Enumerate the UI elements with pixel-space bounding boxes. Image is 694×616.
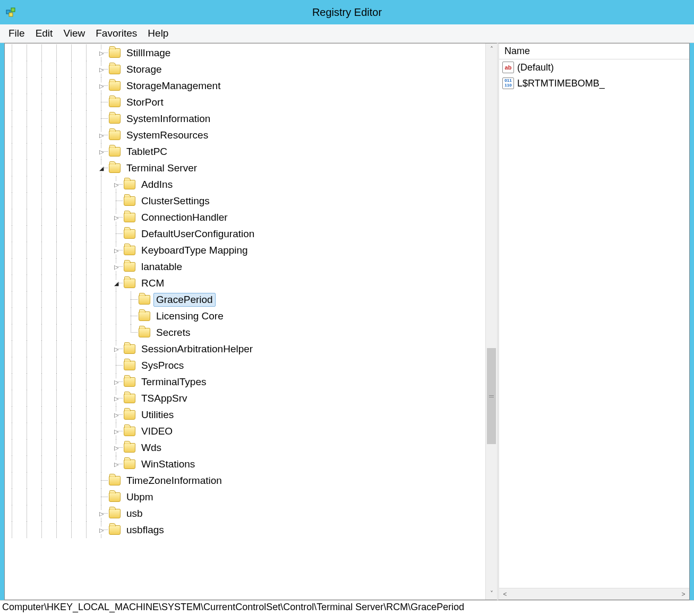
- tree-node-label[interactable]: KeyboardType Mapping: [139, 244, 251, 257]
- expand-icon[interactable]: ▷: [113, 395, 120, 402]
- tree-node[interactable]: ▷StorageManagement: [5, 77, 485, 94]
- tree-node-label[interactable]: Secrets: [153, 326, 193, 340]
- expand-icon[interactable]: ▷: [113, 214, 120, 221]
- tree-node[interactable]: ▷SessionArbitrationHelper: [5, 341, 485, 357]
- expand-icon[interactable]: ▷: [113, 247, 120, 254]
- tree-node-label[interactable]: SessionArbitrationHelper: [139, 342, 255, 356]
- tree-node-label[interactable]: TabletPC: [124, 145, 170, 159]
- expand-icon[interactable]: ▷: [98, 510, 105, 517]
- expand-icon[interactable]: ▷: [113, 428, 120, 435]
- tree-node-label[interactable]: ClusterSettings: [139, 194, 212, 208]
- tree-node[interactable]: TimeZoneInformation: [5, 472, 485, 489]
- tree-node-label[interactable]: TimeZoneInformation: [124, 474, 225, 488]
- tree-node[interactable]: ▷AddIns: [5, 176, 485, 193]
- tree-node[interactable]: StorPort: [5, 94, 485, 110]
- tree-node[interactable]: SystemInformation: [5, 110, 485, 127]
- tree-node-label[interactable]: StorageManagement: [124, 79, 223, 93]
- scroll-track[interactable]: [486, 55, 497, 588]
- tree-node-label[interactable]: SysProcs: [139, 359, 186, 372]
- menu-file[interactable]: File: [3, 25, 30, 41]
- menu-edit[interactable]: Edit: [30, 25, 58, 41]
- tree-vertical-scrollbar[interactable]: ˄ ˅: [485, 44, 497, 600]
- values-horizontal-scrollbar[interactable]: < >: [499, 588, 689, 600]
- tree-node-label[interactable]: VIDEO: [139, 424, 175, 438]
- tree-node[interactable]: DefaultUserConfiguration: [5, 225, 485, 242]
- tree-node[interactable]: ▷TerminalTypes: [5, 374, 485, 390]
- tree-node[interactable]: GracePeriod: [5, 291, 485, 308]
- tree-node[interactable]: ▷StillImage: [5, 45, 485, 61]
- expand-icon[interactable]: ▷: [98, 526, 105, 534]
- tree-node-label[interactable]: DefaultUserConfiguration: [139, 227, 257, 241]
- tree-node-label[interactable]: usbflags: [124, 523, 167, 537]
- tree-node-label[interactable]: Terminal Server: [124, 161, 200, 175]
- expand-icon[interactable]: ▷: [98, 82, 105, 90]
- scroll-right-icon[interactable]: >: [678, 588, 689, 600]
- tree-node[interactable]: ▷VIDEO: [5, 423, 485, 439]
- folder-icon: [109, 525, 121, 535]
- tree-node-label[interactable]: StillImage: [124, 46, 173, 60]
- scroll-thumb[interactable]: [487, 348, 496, 444]
- tree-node-label[interactable]: Utilities: [139, 408, 176, 422]
- values-header-name[interactable]: Name: [499, 44, 689, 59]
- scroll-down-icon[interactable]: ˅: [486, 588, 497, 600]
- expand-icon[interactable]: ▷: [98, 132, 105, 139]
- expand-icon[interactable]: ▷: [113, 263, 120, 271]
- tree-node-label[interactable]: Storage: [124, 63, 165, 76]
- folder-icon: [124, 459, 135, 469]
- tree-node-label[interactable]: SystemInformation: [124, 112, 213, 126]
- expand-icon[interactable]: ▷: [98, 49, 105, 57]
- value-row[interactable]: ab(Default): [499, 59, 689, 75]
- tree-node-label[interactable]: WinStations: [139, 457, 198, 471]
- tree-node-label[interactable]: TSAppSrv: [139, 392, 190, 405]
- tree-node[interactable]: ▷ConnectionHandler: [5, 209, 485, 225]
- expand-icon[interactable]: ▷: [98, 148, 105, 155]
- tree-node-label[interactable]: SystemResources: [124, 128, 211, 142]
- expand-icon[interactable]: ▷: [113, 378, 120, 386]
- tree-node-label[interactable]: RCM: [139, 276, 167, 290]
- tree-node[interactable]: ▷Utilities: [5, 406, 485, 423]
- tree-node[interactable]: SysProcs: [5, 357, 485, 374]
- tree-node[interactable]: Secrets: [5, 324, 485, 341]
- tree-node[interactable]: ▷Wds: [5, 439, 485, 456]
- tree-node[interactable]: ▷SystemResources: [5, 127, 485, 143]
- expand-icon[interactable]: ▷: [113, 411, 120, 419]
- tree-node-label[interactable]: ConnectionHandler: [139, 211, 230, 224]
- tree-node-label[interactable]: TerminalTypes: [139, 375, 209, 389]
- tree-node[interactable]: ▷lanatable: [5, 258, 485, 275]
- tree-node-label[interactable]: Ubpm: [124, 490, 156, 504]
- value-row[interactable]: 011110L$RTMTIMEBOMB_: [499, 75, 689, 91]
- tree-node[interactable]: ◢Terminal Server: [5, 160, 485, 176]
- menu-help[interactable]: Help: [142, 25, 174, 41]
- expand-icon[interactable]: ▷: [113, 461, 120, 468]
- scroll-up-icon[interactable]: ˄: [486, 44, 497, 55]
- expand-icon[interactable]: ▷: [113, 345, 120, 353]
- tree-node[interactable]: Licensing Core: [5, 308, 485, 324]
- tree-node[interactable]: ▷Storage: [5, 61, 485, 77]
- menu-view[interactable]: View: [58, 25, 90, 41]
- tree-node[interactable]: ▷usbflags: [5, 522, 485, 538]
- expand-icon[interactable]: ▷: [113, 181, 120, 188]
- scroll-left-icon[interactable]: <: [499, 588, 511, 600]
- tree-node[interactable]: ▷KeyboardType Mapping: [5, 242, 485, 258]
- expand-icon[interactable]: ▷: [98, 66, 105, 73]
- registry-tree[interactable]: ▷StillImage▷Storage▷StorageManagementSto…: [5, 44, 485, 600]
- tree-node[interactable]: ◢RCM: [5, 275, 485, 291]
- expand-icon[interactable]: ▷: [113, 444, 120, 452]
- tree-node[interactable]: ClusterSettings: [5, 193, 485, 209]
- hscroll-track[interactable]: [511, 588, 678, 600]
- tree-node-label[interactable]: AddIns: [139, 178, 175, 192]
- tree-node[interactable]: ▷TSAppSrv: [5, 390, 485, 406]
- tree-node[interactable]: Ubpm: [5, 489, 485, 505]
- tree-node-label[interactable]: GracePeriod: [153, 293, 216, 307]
- tree-node-label[interactable]: Licensing Core: [153, 309, 226, 323]
- tree-node[interactable]: ▷usb: [5, 505, 485, 522]
- tree-node[interactable]: ▷WinStations: [5, 456, 485, 472]
- collapse-icon[interactable]: ◢: [98, 164, 105, 172]
- tree-node-label[interactable]: lanatable: [139, 260, 185, 274]
- collapse-icon[interactable]: ◢: [113, 280, 120, 287]
- tree-node[interactable]: ▷TabletPC: [5, 143, 485, 160]
- tree-node-label[interactable]: StorPort: [124, 96, 166, 109]
- tree-node-label[interactable]: usb: [124, 507, 145, 520]
- menu-favorites[interactable]: Favorites: [90, 25, 142, 41]
- tree-node-label[interactable]: Wds: [139, 441, 164, 455]
